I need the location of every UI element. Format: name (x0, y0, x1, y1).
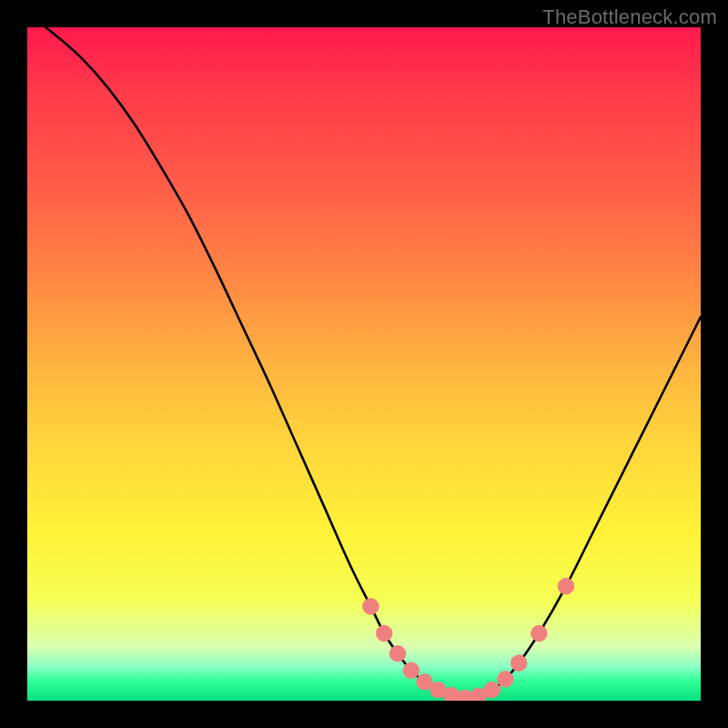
curve-dot (531, 625, 548, 642)
curve-dot (511, 655, 527, 672)
curve-dot (403, 662, 420, 679)
curve-dot (376, 625, 392, 642)
bottleneck-dot-group (363, 578, 574, 701)
curve-dot (484, 682, 500, 698)
bottleneck-curve-path (27, 27, 701, 698)
curve-dot (558, 578, 574, 594)
curve-dot (389, 645, 406, 662)
watermark-text: TheBottleneck.com (542, 5, 717, 29)
bottleneck-curve-svg (27, 27, 701, 701)
chart-frame (9, 27, 719, 719)
plot-area (27, 27, 701, 701)
curve-dot (498, 671, 514, 687)
curve-dot (363, 599, 379, 615)
